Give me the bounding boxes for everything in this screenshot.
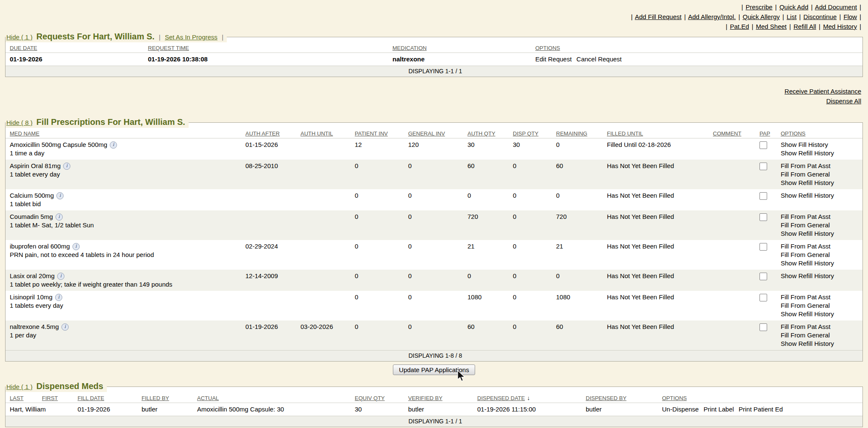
- option-link[interactable]: Fill From General: [781, 221, 860, 229]
- remaining-cell: 60: [554, 160, 604, 189]
- column-header-comment[interactable]: COMMENT: [710, 128, 757, 138]
- set-as-in-progress-link[interactable]: Set As In Progress: [165, 33, 217, 41]
- option-link[interactable]: Fill From Pat Asst: [781, 293, 860, 301]
- pap-checkbox[interactable]: [760, 323, 767, 331]
- nav-link-add-allergy-intol[interactable]: Add Allergy/Intol.: [688, 13, 736, 20]
- option-link[interactable]: Fill From Pat Asst: [781, 323, 860, 331]
- column-header-pap[interactable]: PAP: [757, 128, 778, 138]
- column-header-fill-date[interactable]: FILL DATE: [75, 392, 139, 403]
- patient-inv-cell: 0: [352, 270, 406, 291]
- column-header-med-name[interactable]: MED NAME: [6, 128, 243, 138]
- nav-link-med-history[interactable]: Med History: [823, 23, 857, 30]
- column-header-filled-by[interactable]: FILLED BY: [139, 392, 195, 403]
- column-header-auth-qty[interactable]: AUTH QTY: [465, 128, 510, 138]
- requests-table: DUE DATE REQUEST TIME MEDICATION OPTIONS…: [6, 42, 862, 77]
- column-header-options[interactable]: OPTIONS: [659, 392, 862, 403]
- pap-checkbox[interactable]: [760, 273, 767, 280]
- print-patient-ed-link[interactable]: Print Patient Ed: [739, 406, 783, 413]
- sort-descending-icon[interactable]: ↓: [527, 395, 530, 401]
- option-link[interactable]: Fill From General: [781, 301, 860, 310]
- med-sig: 1 tablet po weekly; take if weight great…: [10, 280, 240, 289]
- column-header-request-time[interactable]: REQUEST TIME: [145, 42, 390, 53]
- column-header-actual[interactable]: ACTUAL: [195, 392, 352, 403]
- option-link[interactable]: Show Refill History: [781, 179, 860, 187]
- nav-link-flow[interactable]: Flow: [843, 13, 857, 20]
- info-icon[interactable]: i: [63, 163, 70, 170]
- pap-checkbox[interactable]: [760, 163, 767, 170]
- nav-link-med-sheet[interactable]: Med Sheet: [756, 23, 787, 30]
- info-icon[interactable]: i: [61, 323, 69, 331]
- option-link[interactable]: Fill From Pat Asst: [781, 242, 860, 251]
- receive-patient-assistance-link[interactable]: Receive Patient Assistance: [0, 86, 861, 96]
- option-link[interactable]: Show Refill History: [781, 191, 860, 200]
- pap-checkbox[interactable]: [760, 213, 767, 221]
- nav-link-prescribe[interactable]: Prescribe: [746, 3, 772, 11]
- pap-checkbox[interactable]: [760, 141, 767, 149]
- hide-dispensed-link[interactable]: Hide ( 1 ): [6, 383, 33, 390]
- column-header-auth-after[interactable]: AUTH AFTER: [243, 128, 298, 138]
- column-header-equiv-qty[interactable]: EQUIV QTY: [352, 392, 406, 403]
- column-header-remaining[interactable]: REMAINING: [554, 128, 604, 138]
- column-header-options[interactable]: OPTIONS: [778, 128, 862, 138]
- separator: |: [774, 3, 778, 11]
- update-pap-row: Update PAP Applications: [0, 364, 868, 375]
- fill-row: Coumadin 5mgi 1 tablet M- Sat, 1/2 table…: [6, 210, 862, 240]
- column-header-patient-inv[interactable]: PATIENT INV: [352, 128, 406, 138]
- cancel-request-link[interactable]: Cancel Request: [576, 55, 622, 63]
- nav-link-refill-all[interactable]: Refill All: [793, 23, 816, 30]
- column-header-due-date[interactable]: DUE DATE: [6, 42, 145, 53]
- dispensed-date-label: DISPENSED DATE: [477, 395, 525, 401]
- column-header-dispensed-by[interactable]: DISPENSED BY: [583, 392, 659, 403]
- option-link[interactable]: Fill From Pat Asst: [781, 213, 860, 221]
- nav-link-add-document[interactable]: Add Document: [815, 3, 857, 11]
- column-header-general-inv[interactable]: GENERAL INV: [406, 128, 465, 138]
- dispense-all-link[interactable]: Dispense All: [0, 96, 861, 106]
- option-link[interactable]: Show Refill History: [781, 340, 860, 348]
- info-icon[interactable]: i: [57, 273, 64, 280]
- option-link[interactable]: Show Fill History: [781, 141, 860, 149]
- option-link[interactable]: Fill From General: [781, 331, 860, 340]
- column-header-options[interactable]: OPTIONS: [533, 42, 862, 53]
- nav-link-pat-ed[interactable]: Pat.Ed: [730, 23, 749, 30]
- option-link[interactable]: Show Refill History: [781, 259, 860, 268]
- column-header-verified-by[interactable]: VERIFIED BY: [406, 392, 475, 403]
- info-icon[interactable]: i: [110, 141, 117, 149]
- column-header-disp-qty[interactable]: DISP QTY: [510, 128, 554, 138]
- auth-after-cell: [243, 189, 298, 210]
- update-pap-applications-button[interactable]: Update PAP Applications: [393, 364, 475, 375]
- option-link[interactable]: Fill From Pat Asst: [781, 162, 860, 170]
- disp-qty-cell: 30: [510, 138, 554, 160]
- fill-row: Calcium 500mgi 1 tablet bid 0 0 0 0 0 Ha…: [6, 189, 862, 210]
- nav-link-discontinue[interactable]: Discontinue: [804, 13, 837, 20]
- option-link[interactable]: Fill From General: [781, 170, 860, 179]
- displaying-row: DISPLAYING 1-1 / 1: [6, 416, 862, 427]
- hide-requests-link[interactable]: Hide ( 1 ): [6, 33, 33, 41]
- column-header-auth-until[interactable]: AUTH UNTIL: [298, 128, 352, 138]
- info-icon[interactable]: i: [55, 294, 62, 301]
- column-header-first[interactable]: FIRST: [39, 392, 75, 403]
- un-dispense-link[interactable]: Un-Dispense: [662, 406, 699, 413]
- pap-checkbox[interactable]: [760, 294, 767, 301]
- nav-link-quick-add[interactable]: Quick Add: [779, 3, 808, 11]
- info-icon[interactable]: i: [56, 192, 64, 199]
- nav-link-list[interactable]: List: [787, 13, 796, 20]
- print-label-link[interactable]: Print Label: [704, 406, 734, 413]
- column-header-medication[interactable]: MEDICATION: [390, 42, 533, 53]
- nav-link-add-fill-request[interactable]: Add Fill Request: [635, 13, 682, 20]
- column-header-filled-until[interactable]: FILLED UNTIL: [604, 128, 710, 138]
- column-header-dispensed-date[interactable]: DISPENSED DATE↓: [475, 392, 583, 403]
- info-icon[interactable]: i: [72, 243, 80, 250]
- option-link[interactable]: Show Refill History: [781, 149, 860, 157]
- pap-checkbox[interactable]: [760, 192, 767, 200]
- edit-request-link[interactable]: Edit Request: [535, 55, 572, 63]
- column-header-last[interactable]: LAST: [6, 392, 39, 403]
- hide-fill-link[interactable]: Hide ( 8 ): [6, 119, 33, 126]
- options-cell: Show Fill History Show Refill History: [778, 138, 862, 160]
- nav-link-quick-allergy[interactable]: Quick Allergy: [743, 13, 780, 20]
- option-link[interactable]: Fill From General: [781, 251, 860, 259]
- info-icon[interactable]: i: [56, 213, 63, 221]
- option-link[interactable]: Show Refill History: [781, 272, 860, 280]
- option-link[interactable]: Show Refill History: [781, 229, 860, 238]
- pap-checkbox[interactable]: [760, 243, 767, 251]
- option-link[interactable]: Show Refill History: [781, 310, 860, 318]
